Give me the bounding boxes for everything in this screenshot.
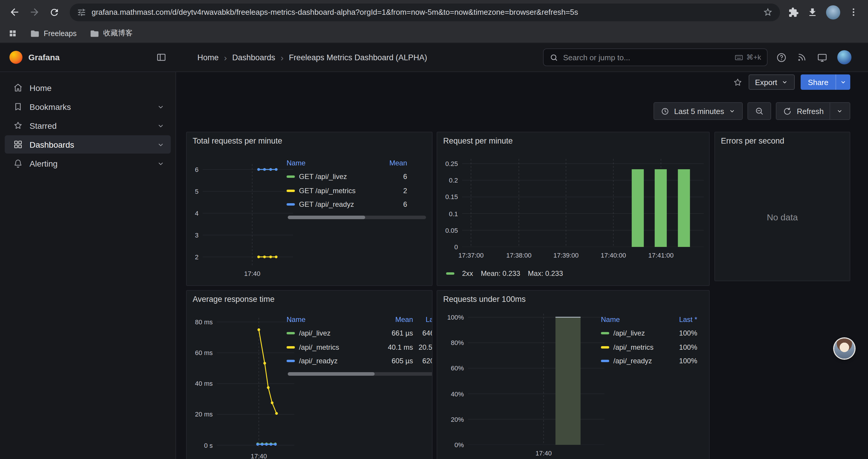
y-axis-tick-label: 3 <box>187 232 198 239</box>
header-actions <box>776 50 868 64</box>
legend-column-header[interactable]: Mean <box>379 316 413 324</box>
user-avatar[interactable] <box>837 50 851 64</box>
floating-assistant-avatar[interactable] <box>834 338 855 359</box>
address-bar[interactable]: grafana.mathmast.com/d/deytv4rwavabkb/fr… <box>70 3 780 21</box>
breadcrumb-home[interactable]: Home <box>197 53 219 62</box>
grafana-logo[interactable] <box>9 51 23 64</box>
reload-button[interactable] <box>45 3 64 22</box>
legend-series-name[interactable]: /api/_metrics <box>299 343 339 352</box>
y-axis-tick-label: 0 <box>437 243 458 251</box>
chevron-down-icon[interactable] <box>157 159 165 167</box>
share-split-button: Share <box>801 74 850 90</box>
time-range-picker[interactable]: Last 5 minutes <box>653 102 743 120</box>
legend-column-header[interactable]: Last * <box>662 316 697 324</box>
panel-title[interactable]: Errors per second <box>721 136 784 145</box>
legend-series-name[interactable]: GET /api/_readyz <box>299 201 354 209</box>
sidebar-item-dashboards[interactable]: Dashboards <box>5 135 171 154</box>
sidebar-item-home[interactable]: Home <box>5 78 171 97</box>
panel-title[interactable]: Request per minute <box>443 136 513 145</box>
no-data-message: No data <box>715 212 850 222</box>
downloads-icon[interactable] <box>807 7 818 18</box>
panel-errors-per-second: Errors per second No data <box>714 132 850 281</box>
bookmark-label: Freeleaps <box>44 29 76 37</box>
browser-actions <box>786 5 863 19</box>
legend-value: 100% <box>662 343 697 352</box>
scrollbar-thumb[interactable] <box>288 372 374 376</box>
y-axis-tick-label: 100% <box>437 314 464 321</box>
series-swatch <box>286 176 295 178</box>
time-range-label: Last 5 minutes <box>674 107 724 116</box>
rss-icon[interactable] <box>797 52 807 63</box>
bookmark-star-icon[interactable] <box>763 7 773 17</box>
x-axis-tick-label: 17:40 <box>244 270 260 277</box>
bookmark-folder-blogs[interactable]: 收藏博客 <box>90 28 133 38</box>
y-axis-tick-label: 2 <box>187 254 198 261</box>
zoom-out-button[interactable] <box>748 102 771 120</box>
chevron-down-icon <box>729 107 736 114</box>
panel-title[interactable]: Total requests per minute <box>193 136 282 145</box>
legend-series-name[interactable]: GET /api/_metrics <box>299 187 356 195</box>
dashboards-grid-icon <box>13 139 23 150</box>
series-swatch <box>286 346 295 349</box>
share-menu-button[interactable] <box>836 74 850 90</box>
favorite-star-button[interactable] <box>733 77 742 87</box>
browser-menu-icon[interactable] <box>848 7 859 17</box>
chevron-down-icon[interactable] <box>157 140 165 149</box>
legend-horizontal-scrollbar[interactable] <box>288 372 433 376</box>
panel-title[interactable]: Requests under 100ms <box>443 295 526 304</box>
sidebar-item-alerting[interactable]: Alerting <box>5 154 171 172</box>
chevron-down-icon[interactable] <box>836 107 843 114</box>
legend-series-name[interactable]: /api/_readyz <box>299 357 338 365</box>
export-button[interactable]: Export <box>748 74 795 90</box>
grafana-header: Grafana Home › Dashboards › Freeleaps Me… <box>0 43 868 72</box>
browser-profile-avatar[interactable] <box>826 5 840 19</box>
refresh-button[interactable]: Refresh <box>776 102 850 120</box>
sidebar-item-label: Bookmarks <box>30 102 71 111</box>
folder-icon <box>30 29 39 38</box>
panel-title[interactable]: Average response time <box>193 295 275 304</box>
legend-horizontal-scrollbar[interactable] <box>288 216 426 219</box>
legend-column-header[interactable]: Name <box>601 316 620 324</box>
scrollbar-thumb[interactable] <box>288 216 365 219</box>
sidebar-toggle-icon[interactable] <box>156 52 167 63</box>
share-button[interactable]: Share <box>801 74 836 90</box>
legend-column-header[interactable]: Name <box>286 316 306 324</box>
breadcrumb-dashboards[interactable]: Dashboards <box>232 53 275 62</box>
legend-series-name[interactable]: /api/_metrics <box>613 343 653 352</box>
requests-under-100ms-chart: NameLast */api/_livez100%/api/_metrics10… <box>437 307 709 459</box>
breadcrumb-separator: › <box>281 52 284 62</box>
legend-series-name[interactable]: /api/_readyz <box>613 357 652 365</box>
x-axis-tick-label: 17:40 <box>251 453 267 459</box>
panel-requests-under-100ms: Requests under 100ms NameLast */api/_liv… <box>437 290 710 459</box>
help-icon[interactable] <box>776 52 787 63</box>
y-axis-tick-label: 40 ms <box>187 380 213 387</box>
search-input[interactable]: Search or jump to... ⌘+k <box>543 48 768 66</box>
y-axis-tick-label: 20% <box>437 416 464 423</box>
legend-column-header[interactable]: Name <box>286 159 306 167</box>
arrow-right-icon <box>29 6 40 18</box>
site-settings-icon[interactable] <box>77 7 86 17</box>
apps-grid-icon[interactable] <box>8 29 17 38</box>
legend-column-header[interactable]: Last * <box>413 316 433 324</box>
legend-column-header[interactable]: Mean <box>374 159 407 167</box>
monitor-icon[interactable] <box>816 52 828 63</box>
chevron-down-icon[interactable] <box>157 102 165 111</box>
x-axis-tick-label: 17:39:00 <box>553 252 579 259</box>
back-button[interactable] <box>5 3 24 22</box>
extensions-icon[interactable] <box>788 7 799 18</box>
url-text[interactable]: grafana.mathmast.com/d/deytv4rwavabkb/fr… <box>92 8 757 17</box>
legend-series-name[interactable]: 2xx <box>462 269 473 277</box>
legend-row: GET /api/_readyz6 <box>286 198 407 211</box>
y-axis-tick-label: 80% <box>437 339 464 346</box>
legend-series-name[interactable]: /api/_livez <box>299 329 331 338</box>
sidebar-item-bookmarks[interactable]: Bookmarks <box>5 97 171 116</box>
star-icon <box>13 121 23 131</box>
sidebar-item-starred[interactable]: Starred <box>5 117 171 135</box>
refresh-icon <box>783 107 792 116</box>
bookmark-folder-freeleaps[interactable]: Freeleaps <box>30 29 76 38</box>
chevron-down-icon[interactable] <box>157 121 165 130</box>
forward-button[interactable] <box>25 3 44 22</box>
legend-series-name[interactable]: GET /api/_livez <box>299 173 347 181</box>
legend-series-name[interactable]: /api/_livez <box>613 329 645 338</box>
breadcrumb-current: Freeleaps Metrics Dashboard (ALPHA) <box>289 53 427 62</box>
